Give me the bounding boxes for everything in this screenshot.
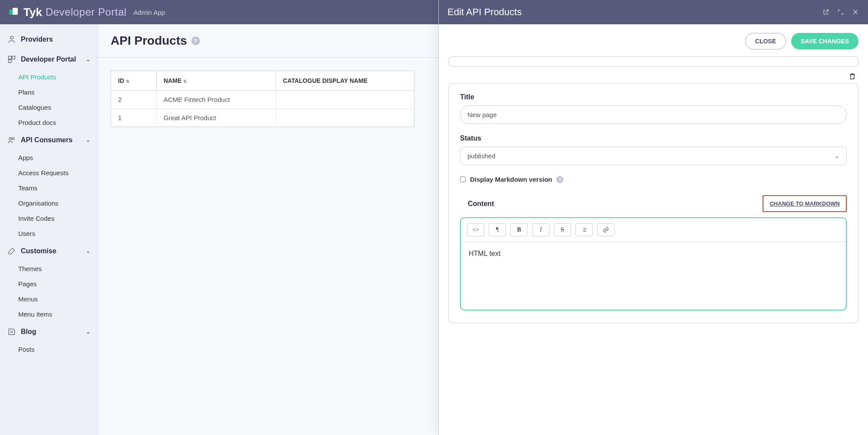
help-icon[interactable]: ? [556,176,563,183]
sidebar-item-catalogues[interactable]: Catalogues [0,100,97,115]
brand-suffix: Developer Portal [46,6,127,18]
sidebar-item-invite-codes[interactable]: Invite Codes [0,211,97,226]
toolbar-bold-button[interactable]: B [510,223,528,236]
table-header-label: NAME [164,77,181,84]
toolbar-link-button[interactable] [597,223,615,236]
sidebar-item-pages[interactable]: Pages [0,276,97,291]
close-icon[interactable] [852,8,859,16]
display-markdown-checkbox[interactable] [460,177,466,182]
svg-point-7 [12,137,14,140]
sort-icon: ⇅ [126,79,129,84]
sidebar-item-teams[interactable]: Teams [0,180,97,196]
sidebar-section-label: Providers [21,36,53,43]
brand-name: Tyk [23,6,42,19]
sidebar-section-customise[interactable]: Customise ⌄ [0,241,97,261]
close-button[interactable]: CLOSE [745,33,786,49]
sidebar-item-themes[interactable]: Themes [0,261,97,276]
svg-point-2 [10,36,13,39]
blog-icon [7,327,16,337]
drawer-title: Edit API Products [447,7,822,18]
external-link-icon[interactable] [822,8,830,16]
table-header-id[interactable]: ID⇅ [111,71,157,91]
providers-icon [7,35,16,44]
title-input[interactable] [460,105,847,124]
table-header-label: ID [118,77,124,84]
sidebar-item-users[interactable]: Users [0,226,97,241]
sidebar-section-label: API Consumers [21,136,72,144]
form-card: Title Status published ⌄ Display Markdow… [448,83,858,323]
sidebar-item-api-products[interactable]: API Products [0,69,97,85]
save-changes-button[interactable]: SAVE CHANGES [791,33,858,49]
status-label: Status [460,134,847,142]
logo-icon [9,7,20,18]
api-consumers-icon [7,135,16,145]
collapsed-card [448,56,858,67]
sidebar-section-label: Developer Portal [21,56,76,63]
cell-name: ACME Fintech Product [157,91,276,109]
logo[interactable]: Tyk Developer Portal [9,6,127,19]
api-products-table: ID⇅ NAME⇅ CATALOGUE DISPLAY NAME 2 ACME … [111,71,414,127]
display-markdown-label: Display Markdown version [470,176,552,183]
drawer-header: Edit API Products [439,0,868,24]
developer-portal-icon [7,55,16,64]
toolbar-code-button[interactable]: <> [467,223,484,236]
editor-content-area[interactable]: HTML text [461,242,846,310]
sidebar-section-providers[interactable]: Providers [0,29,97,49]
sidebar-item-product-docs[interactable]: Product docs [0,115,97,130]
sidebar-item-posts[interactable]: Posts [0,342,97,357]
cell-id: 1 [111,109,157,127]
edit-drawer: Edit API Products CLOSE SAVE CHANGES Tit… [438,0,868,435]
content-label: Content [468,200,494,208]
table-row[interactable]: 2 ACME Fintech Product [111,91,414,109]
cell-catalogue [276,109,414,127]
sidebar-section-developer-portal[interactable]: Developer Portal ⌄ [0,49,97,69]
cell-catalogue [276,91,414,109]
toolbar-paragraph-button[interactable]: ¶ [489,223,506,236]
cell-id: 2 [111,91,157,109]
sidebar-item-menu-items[interactable]: Menu Items [0,307,97,322]
sidebar-item-plans[interactable]: Plans [0,85,97,100]
status-select[interactable]: published [460,147,847,165]
sidebar: Providers Developer Portal ⌄ API Product… [0,24,98,435]
table-header-label: CATALOGUE DISPLAY NAME [283,77,368,84]
cell-name: Great API Product [157,109,276,127]
editor-toolbar: <> ¶ B I S [461,218,846,242]
sidebar-section-api-consumers[interactable]: API Consumers ⌄ [0,130,97,150]
svg-rect-3 [9,56,12,59]
svg-rect-4 [12,56,15,59]
help-icon[interactable]: ? [191,36,200,45]
sidebar-section-blog[interactable]: Blog ⌄ [0,322,97,342]
breadcrumb[interactable]: Admin App [134,9,165,16]
chevron-down-icon: ⌄ [86,56,90,62]
page-title-text: API Products [111,34,187,48]
svg-rect-1 [13,8,18,15]
svg-rect-5 [9,60,12,63]
sort-icon: ⇅ [183,79,187,84]
sidebar-item-organisations[interactable]: Organisations [0,196,97,211]
chevron-down-icon: ⌄ [86,248,90,254]
change-to-markdown-link[interactable]: CHANGE TO MARKDOWN [763,195,847,212]
trash-icon[interactable] [848,72,856,82]
toolbar-strike-button[interactable]: S [554,223,571,236]
drawer-actions: CLOSE SAVE CHANGES [439,24,868,49]
sidebar-item-menus[interactable]: Menus [0,291,97,307]
table-row[interactable]: 1 Great API Product [111,109,414,127]
svg-point-6 [9,137,11,140]
table-header-catalogue-display-name[interactable]: CATALOGUE DISPLAY NAME [276,71,414,91]
expand-icon[interactable] [837,8,845,16]
title-label: Title [460,93,847,101]
chevron-down-icon: ⌄ [86,329,90,335]
content-editor: <> ¶ B I S HTML text [460,217,847,311]
sidebar-item-apps[interactable]: Apps [0,150,97,165]
sidebar-item-access-requests[interactable]: Access Requests [0,165,97,180]
sidebar-section-label: Blog [21,328,36,336]
sidebar-section-label: Customise [21,247,56,255]
toolbar-italic-button[interactable]: I [532,223,549,236]
customise-icon [7,246,16,256]
chevron-down-icon: ⌄ [86,137,90,143]
table-header-name[interactable]: NAME⇅ [157,71,276,91]
markdown-toggle-row: Display Markdown version ? [460,176,847,183]
toolbar-list-button[interactable] [575,223,593,236]
